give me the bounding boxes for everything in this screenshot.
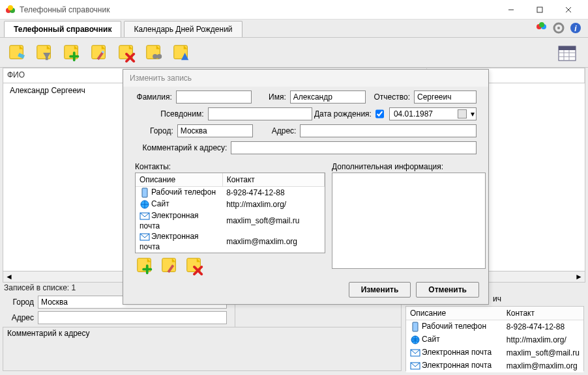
contacts-col-desc[interactable]: Описание bbox=[406, 307, 503, 320]
contacts-col-value[interactable]: Контакт bbox=[503, 307, 583, 320]
city-input[interactable] bbox=[177, 124, 253, 137]
dialog-contacts-table[interactable]: ОписаниеКонтакт Рабочий телефон8-928-474… bbox=[135, 173, 325, 253]
toolbar-export-button[interactable] bbox=[169, 41, 193, 64]
addr-comment-label: Комментарий к адресу: bbox=[135, 143, 227, 152]
scroll-left-icon[interactable]: ◄ bbox=[3, 271, 15, 282]
scroll-right-icon[interactable]: ► bbox=[573, 271, 585, 282]
toolbar-edit-button[interactable] bbox=[87, 41, 111, 64]
window-titlebar: Телефонный справочник bbox=[0, 0, 588, 20]
svg-rect-36 bbox=[142, 188, 147, 197]
dialog-title: Изменить запись bbox=[123, 70, 488, 87]
edit-record-dialog: Изменить запись Фамилия: Имя: Отчество: … bbox=[123, 69, 489, 305]
birthdate-checkbox[interactable] bbox=[375, 109, 384, 118]
contacts-table: ОписаниеКонтакт Рабочий телефон8-928-474… bbox=[406, 307, 583, 372]
nickname-input[interactable] bbox=[208, 107, 312, 120]
svg-point-23 bbox=[153, 53, 158, 59]
dlg-col-desc[interactable]: Описание bbox=[136, 173, 222, 187]
surname-input[interactable] bbox=[176, 90, 252, 104]
address-input[interactable] bbox=[300, 124, 477, 137]
dlg-col-val[interactable]: Контакт bbox=[222, 173, 324, 187]
nickname-label: Псевдоним: bbox=[135, 109, 204, 118]
surname-label: Фамилия: bbox=[135, 92, 172, 102]
table-row: Рабочий телефон8-928-474-12-88 bbox=[136, 187, 325, 199]
table-row: Электронная почтаmaxlim@maxlim.org bbox=[406, 359, 583, 372]
birthdate-value: 04.01.1987 bbox=[394, 109, 433, 118]
contacts-panel: ОписаниеКонтакт Рабочий телефон8-928-474… bbox=[405, 306, 584, 371]
cancel-button[interactable]: Отменить bbox=[416, 282, 479, 298]
table-row: Сайтhttp://maxlim.org/ bbox=[136, 199, 325, 210]
main-toolbar bbox=[0, 38, 588, 68]
address-display bbox=[38, 311, 227, 324]
phone-icon bbox=[410, 322, 420, 332]
svg-point-9 bbox=[539, 22, 544, 27]
toolbar-filter-button[interactable] bbox=[5, 41, 29, 64]
chevron-down-icon[interactable]: ▾ bbox=[471, 109, 475, 118]
patronym-label: Отчество: bbox=[366, 92, 410, 102]
balloons-icon[interactable] bbox=[535, 21, 548, 35]
contact-delete-button[interactable] bbox=[184, 256, 205, 277]
tab-birthdays[interactable]: Календарь Дней Рождений bbox=[124, 21, 242, 37]
name-input[interactable] bbox=[290, 90, 366, 104]
comment-panel: Комментарий к адресу bbox=[3, 327, 402, 371]
window-title: Телефонный справочник bbox=[20, 5, 497, 14]
toolbar-add-button[interactable] bbox=[60, 41, 83, 64]
toolbar-search-button[interactable] bbox=[142, 41, 166, 64]
phone-icon bbox=[140, 188, 150, 198]
window-close-button[interactable] bbox=[554, 1, 583, 19]
apply-button[interactable]: Изменить bbox=[349, 282, 411, 298]
extra-info-label: Дополнительная информация: bbox=[332, 162, 486, 171]
help-icon[interactable]: i bbox=[569, 21, 582, 35]
tab-phonebook[interactable]: Телефонный справочник bbox=[4, 21, 121, 37]
calendar-icon[interactable] bbox=[458, 109, 467, 118]
mail-icon bbox=[140, 232, 150, 242]
settings-icon[interactable] bbox=[552, 21, 565, 35]
contacts-section-label: Контакты: bbox=[135, 162, 325, 171]
mail-icon bbox=[410, 348, 420, 358]
toolbar-funnel-button[interactable] bbox=[33, 41, 56, 64]
mail-icon bbox=[410, 361, 420, 371]
city-label: Город bbox=[5, 298, 34, 307]
table-row: Электронная почтаmaxlim_soft@mail.ru bbox=[136, 210, 325, 231]
svg-point-2 bbox=[8, 5, 13, 10]
globe-icon bbox=[140, 199, 150, 210]
svg-point-24 bbox=[157, 53, 162, 59]
svg-rect-32 bbox=[413, 322, 418, 331]
window-maximize-button[interactable] bbox=[525, 1, 554, 19]
app-icon bbox=[5, 5, 16, 15]
comment-label: Комментарий к адресу bbox=[3, 327, 401, 339]
table-row: Электронная почтаmaxlim@maxlim.org bbox=[136, 231, 325, 252]
patronym-input[interactable] bbox=[414, 90, 477, 104]
svg-point-11 bbox=[557, 27, 560, 29]
main-tabs: Телефонный справочник Календарь Дней Рож… bbox=[0, 20, 588, 38]
toolbar-calendar-button[interactable] bbox=[555, 41, 579, 64]
name-label: Имя: bbox=[252, 92, 286, 102]
extra-info-textarea[interactable] bbox=[332, 173, 486, 269]
birthdate-label: Дата рождения: bbox=[312, 109, 372, 118]
globe-icon bbox=[410, 335, 420, 345]
toolbar-delete-button[interactable] bbox=[115, 41, 138, 64]
address-label: Адрес bbox=[5, 313, 34, 322]
contact-edit-button[interactable] bbox=[160, 256, 181, 277]
record-name-tail: ич bbox=[493, 294, 501, 303]
birthdate-picker[interactable]: 04.01.1987 ▾ bbox=[389, 107, 477, 120]
city-label-dlg: Город: bbox=[135, 126, 173, 135]
table-row: Рабочий телефон8-928-474-12-88 bbox=[406, 320, 583, 334]
address-label-dlg: Адрес: bbox=[253, 126, 297, 135]
table-row: Сайтhttp://maxlim.org/ bbox=[406, 333, 583, 346]
table-row: Электронная почтаmaxlim_soft@mail.ru bbox=[406, 346, 583, 359]
contact-add-button[interactable] bbox=[135, 256, 156, 277]
svg-rect-27 bbox=[559, 46, 576, 50]
window-minimize-button[interactable] bbox=[497, 1, 525, 19]
svg-rect-4 bbox=[537, 7, 542, 12]
mail-icon bbox=[140, 211, 150, 221]
addr-comment-input[interactable] bbox=[231, 141, 477, 154]
